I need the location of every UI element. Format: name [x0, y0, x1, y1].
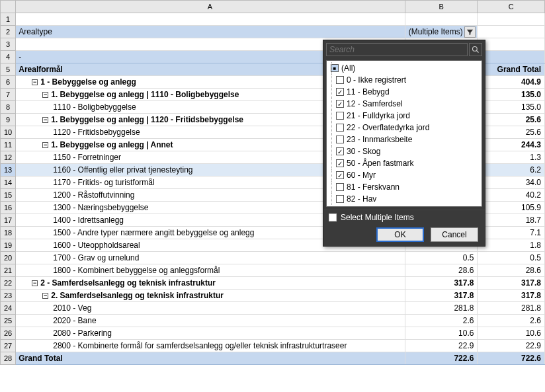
row-header[interactable]: 23	[1, 290, 16, 302]
search-input[interactable]	[326, 43, 468, 56]
col-header-B[interactable]: B	[405, 1, 478, 13]
ok-button[interactable]: OK	[376, 227, 424, 242]
filter-item-label: 50 - Åpen fastmark	[347, 159, 413, 168]
cell-value-b: 10.6	[405, 327, 478, 340]
collapse-icon[interactable]: −	[42, 142, 48, 148]
cell-value-b	[405, 13, 478, 26]
checkbox[interactable]	[336, 112, 344, 120]
row-header[interactable]: 12	[1, 151, 16, 164]
row-header[interactable]: 16	[1, 202, 16, 214]
collapse-icon[interactable]: −	[32, 79, 38, 85]
row-header[interactable]: 15	[1, 189, 16, 202]
select-multiple-checkbox[interactable]: ✓	[329, 214, 337, 221]
row-header[interactable]: 18	[1, 227, 16, 239]
filter-item[interactable]: 0 - Ikke registrert	[329, 74, 479, 86]
row-header[interactable]: 6	[1, 76, 16, 89]
cell-value-c: 135.0	[478, 89, 545, 101]
cell-value-c: 7.1	[478, 227, 545, 239]
collapse-icon[interactable]: −	[42, 92, 48, 98]
checkbox[interactable]	[336, 124, 344, 132]
row-header[interactable]: 19	[1, 239, 16, 252]
cell-value-c: 244.3	[478, 139, 545, 151]
checkbox[interactable]: ✓	[336, 88, 344, 96]
filter-item-label: 60 - Myr	[347, 171, 376, 180]
cell-label: Grand Total	[16, 352, 405, 365]
row-header[interactable]: 25	[1, 315, 16, 327]
checkbox[interactable]: ✓	[336, 171, 344, 179]
collapse-icon[interactable]: −	[32, 280, 38, 286]
filter-dropdown-icon[interactable]	[464, 26, 476, 38]
filter-item[interactable]: ✓60 - Myr	[329, 169, 479, 181]
row-header[interactable]: 13	[1, 164, 16, 176]
row-header[interactable]: 20	[1, 252, 16, 264]
cell-value-c	[478, 13, 545, 26]
checkbox[interactable]	[336, 195, 344, 203]
row-header[interactable]: 8	[1, 101, 16, 114]
row-header[interactable]: 3	[1, 38, 16, 51]
row-header[interactable]: 10	[1, 126, 16, 139]
cell-label: 2020 - Bane	[16, 315, 405, 327]
cell-value-c: 281.8	[478, 302, 545, 315]
svg-point-0	[473, 47, 478, 52]
cell-value-c: 722.6	[478, 352, 545, 365]
row-header[interactable]: 9	[1, 114, 16, 126]
cell-value-b: 2.6	[405, 315, 478, 327]
col-header-C[interactable]: C	[478, 1, 545, 13]
row-header[interactable]: 11	[1, 139, 16, 151]
row-header[interactable]: 21	[1, 264, 16, 277]
filter-item[interactable]: 21 - Fulldyrka jord	[329, 110, 479, 122]
row-header[interactable]: 4	[1, 51, 16, 63]
filter-item[interactable]: 22 - Overflatedyrka jord	[329, 122, 479, 134]
cell-label: 1800 - Kombinert bebyggelse og anleggsfo…	[16, 264, 405, 277]
filter-item-label: 21 - Fulldyrka jord	[347, 111, 410, 120]
filter-item-label: 81 - Ferskvann	[347, 182, 399, 192]
checkbox[interactable]	[336, 183, 344, 191]
row-header[interactable]: 28	[1, 352, 16, 365]
checkbox[interactable]: ✓	[336, 159, 344, 167]
row-header[interactable]: 5	[1, 63, 16, 76]
checkbox[interactable]	[336, 76, 344, 84]
filter-item[interactable]: ✓12 - Samferdsel	[329, 98, 479, 110]
row-header[interactable]: 2	[1, 26, 16, 38]
row-header[interactable]: 24	[1, 302, 16, 315]
filter-item-label: 82 - Hav	[347, 194, 376, 204]
select-all-corner[interactable]	[1, 1, 16, 13]
cell-value-c: 28.6	[478, 264, 545, 277]
row-header[interactable]: 14	[1, 176, 16, 189]
row-header[interactable]: 1	[1, 13, 16, 26]
checkbox[interactable]: ■	[331, 64, 339, 72]
cell-label[interactable]: −2 - Samferdselsanlegg og teknisk infras…	[16, 277, 405, 290]
cell-label[interactable]: −2. Samferdselsanlegg og teknisk infrast…	[16, 290, 405, 302]
collapse-icon[interactable]: −	[42, 293, 48, 299]
cell-label: 1700 - Grav og urnelund	[16, 252, 405, 264]
filter-item[interactable]: ✓50 - Åpen fastmark	[329, 157, 479, 169]
row-header[interactable]: 26	[1, 327, 16, 340]
filter-item[interactable]: ✓30 - Skog	[329, 145, 479, 157]
row-header[interactable]: 22	[1, 277, 16, 290]
checkbox[interactable]	[336, 136, 344, 143]
cell-value-c: 25.6	[478, 114, 545, 126]
row-header[interactable]: 27	[1, 340, 16, 352]
filter-item-label: 0 - Ikke registrert	[347, 75, 406, 85]
filter-item[interactable]: 23 - Innmarksbeite	[329, 134, 479, 145]
filter-item[interactable]: 82 - Hav	[329, 193, 479, 205]
filter-item[interactable]: ✓11 - Bebygd	[329, 86, 479, 98]
cell-value-c: 10.6	[478, 327, 545, 340]
cell-value-c: 317.8	[478, 277, 545, 290]
cell-value-b: 0.5	[405, 252, 478, 264]
cancel-button[interactable]: Cancel	[431, 227, 478, 242]
checkbox[interactable]: ✓	[336, 100, 344, 108]
checkbox[interactable]: ✓	[336, 147, 344, 155]
cell-value-c: 22.9	[478, 340, 545, 352]
cell-value-c: 40.2	[478, 189, 545, 202]
row-header[interactable]: 7	[1, 89, 16, 101]
collapse-icon[interactable]: −	[42, 117, 48, 123]
filter-item-label: 12 - Samferdsel	[347, 99, 403, 108]
search-icon[interactable]	[469, 43, 482, 56]
filter-item[interactable]: 81 - Ferskvann	[329, 181, 479, 193]
filter-popup: ■(All)0 - Ikke registrert✓11 - Bebygd✓12…	[323, 40, 485, 247]
col-header-A[interactable]: A	[16, 1, 405, 13]
filter-item[interactable]: ■(All)	[329, 62, 479, 74]
pivot-field-value[interactable]: (Multiple Items)	[405, 26, 478, 38]
row-header[interactable]: 17	[1, 214, 16, 227]
